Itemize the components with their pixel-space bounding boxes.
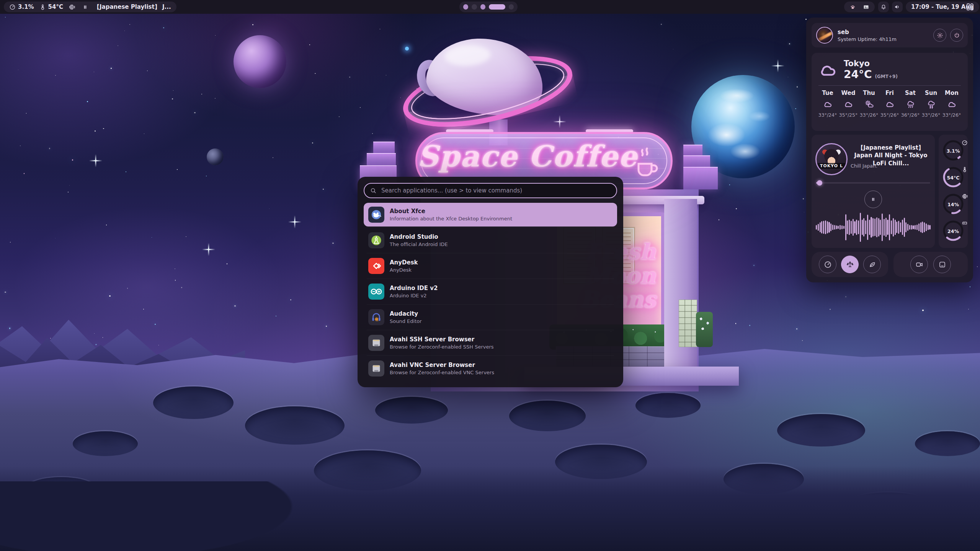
system-tray[interactable] [844,2,875,12]
speaker-icon [894,3,901,10]
waveform-bar [918,223,920,231]
waveform-bar [893,218,894,236]
balanced-profile-button[interactable] [841,256,859,273]
system-gauge: 24% [941,217,965,244]
workspace-switcher[interactable] [459,2,518,12]
star [126,171,126,172]
forecast-day-name: Mon [945,90,959,96]
sparkle-star [89,154,102,167]
waveform-bar [874,218,875,236]
system-gauge: 54°C [941,164,965,191]
album-art[interactable]: TOKYO L [815,143,848,175]
app-list-item[interactable]: AnyDeskAnyDesk [364,254,617,278]
forecast-day: Fri35°/26° [880,90,899,118]
star [95,130,96,132]
top-panel: 3.1%54°C6.8G 【Japanese Playlist】 J... 17… [0,0,980,14]
workspace-dot[interactable] [480,4,485,10]
grid-icon [965,2,975,11]
star [252,24,253,25]
play-pause-button[interactable] [864,191,882,208]
workspace-dot[interactable] [463,4,468,10]
waveform-bar [926,223,927,231]
forecast-temps: 33°/26° [860,112,879,118]
moon-crater [915,431,980,456]
panel-icon [938,261,946,269]
star [276,316,276,316]
waveform-bar [825,220,826,234]
progress-thumb[interactable] [817,180,822,186]
workspace-dot[interactable] [509,4,514,10]
workspace-dot[interactable] [472,4,477,10]
forecast-day: Thu33°/26° [860,90,878,118]
powersave-profile-button[interactable] [863,256,881,273]
workspace-dot[interactable] [489,4,505,10]
screenshot-button[interactable] [933,256,951,273]
waveform-bar [834,225,835,229]
track-progress-bar[interactable] [816,182,930,184]
parapet-step [683,168,718,189]
now-playing-widget[interactable]: 【Japanese Playlist】 J... [77,2,176,12]
app-text: Avahi VNC Server BrowserBrowse for Zeroc… [390,362,494,375]
app-list-item[interactable]: Arduino IDE v2Arduino IDE v2 [364,280,617,303]
image-icon[interactable] [863,4,869,10]
waveform-bar [900,222,901,232]
waveform-bar [878,218,879,236]
waveform-bar [872,218,874,237]
app-description: Browse for Zeroconf-enabled SSH Servers [390,344,494,350]
paw-icon[interactable] [849,4,856,10]
waveform-bar [902,220,903,235]
audio-visualizer [816,212,931,243]
app-text: Arduino IDE v2Arduino IDE v2 [390,285,438,298]
forecast-day-name: Sat [905,90,916,96]
coffee-cup-icon [632,145,660,180]
settings-button[interactable] [933,29,946,42]
waveform-bar [920,222,921,232]
rain-icon [905,99,916,109]
forecast-day: Wed35°/25° [839,90,858,118]
search-input[interactable] [364,183,617,198]
purple-planet [234,35,286,88]
gear-icon [937,32,943,39]
volume-button[interactable] [892,2,903,12]
performance-profile-button[interactable] [819,256,836,273]
sparkle-star [202,243,215,256]
system-stat: 54°C [39,3,63,10]
scales-icon [846,261,854,269]
overview-button[interactable] [965,2,975,11]
waveform-bar [915,225,916,229]
app-list-item[interactable]: Android StudioThe official Android IDE [364,228,617,252]
app-list-item[interactable]: Avahi VNC Server BrowserBrowse for Zeroc… [364,357,617,380]
star [273,157,273,158]
weather-timezone: (GMT+9) [875,74,898,79]
star [147,70,148,71]
gauge-value: 24% [941,228,965,234]
avatar[interactable] [816,27,833,44]
parapet-step [367,154,396,166]
parapet-step [683,145,702,156]
app-list-item[interactable]: About XfceInformation about the Xfce Des… [364,203,617,227]
network-icon [368,335,384,351]
waveform-bar [856,220,857,235]
app-text: About XfceInformation about the Xfce Des… [390,208,512,222]
waveform-bar [816,225,817,230]
forecast-temps: 33°/26° [922,112,941,118]
bell-icon [880,3,887,10]
app-list-item[interactable]: AudacitySound Editor [364,305,617,329]
star [109,295,111,297]
screen-record-button[interactable] [910,256,928,273]
waveform-bar [838,226,839,229]
cloud-icon [885,99,895,109]
notifications-button[interactable] [878,2,889,12]
app-description: The official Android IDE [390,241,448,247]
androidstudio-icon [368,232,384,248]
disk-icon [960,217,966,223]
forecast-day: Sat36°/26° [901,90,920,118]
weather-city: Tokyo [844,59,898,68]
weather-forecast: Tue33°/24°Wed35°/25°Thu33°/26°Fri35°/26°… [818,90,962,118]
waveform-bar [867,215,868,240]
moon-crater [375,397,448,424]
power-button[interactable] [950,29,963,42]
app-list-item[interactable]: Avahi SSH Server BrowserBrowse for Zeroc… [364,331,617,355]
waveform-bar [828,222,830,232]
waveform-bar [882,214,883,241]
